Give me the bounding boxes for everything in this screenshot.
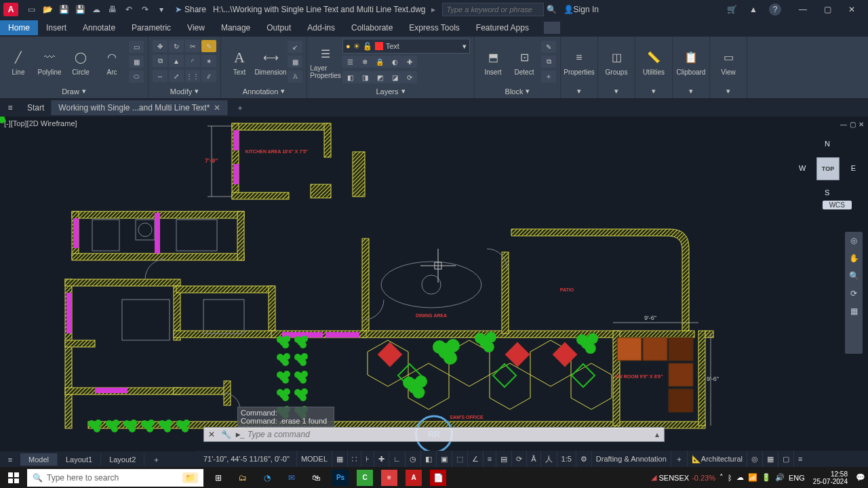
cmd-recent-icon[interactable]: ▴	[650, 430, 664, 439]
start-button[interactable]	[0, 467, 27, 488]
zoom-icon[interactable]: 🔍	[849, 271, 859, 281]
viewcube-w[interactable]: W	[799, 164, 806, 172]
autocad-icon[interactable]: A	[406, 470, 422, 486]
layer-tool-icon[interactable]: ◪	[387, 71, 402, 83]
current-layer-dropdown[interactable]: ● ☀ 🔓 Text ▾	[342, 39, 470, 54]
viewcube-e[interactable]: E	[851, 164, 856, 172]
status-units[interactable]: 📐 Architectural	[687, 451, 747, 467]
status-annoscale-icon[interactable]: 人	[540, 451, 557, 467]
panel-draw-title[interactable]: Draw▾	[4, 85, 144, 98]
bluetooth-icon[interactable]: ᛒ	[728, 474, 732, 482]
share-icon[interactable]: ➤	[175, 5, 182, 14]
status-3dosnap-icon[interactable]: ⬚	[452, 451, 467, 467]
move-icon[interactable]: ✥	[153, 40, 167, 52]
chevron-down-icon[interactable]: ▾	[689, 87, 693, 96]
signin-label[interactable]: Sign In	[574, 5, 599, 14]
block-create-icon[interactable]: ＋	[541, 70, 556, 83]
plot-icon[interactable]: 🖶	[107, 4, 118, 15]
layout-tab-1[interactable]: Layout1	[58, 453, 101, 466]
help-icon[interactable]: ?	[769, 3, 781, 16]
panel-block-title[interactable]: Block▾	[479, 85, 556, 98]
stock-widget[interactable]: ◢ SENSEX -0.23%	[651, 473, 716, 482]
viewcube-s[interactable]: S	[825, 188, 829, 197]
cart-icon[interactable]: 🛒	[726, 3, 738, 16]
viewcube-n[interactable]: N	[825, 140, 830, 148]
status-isolate-icon[interactable]: ◎	[747, 451, 762, 467]
layer-tool-icon[interactable]: ❄	[357, 56, 372, 68]
layout-tab-2[interactable]: Layout2	[101, 453, 144, 466]
leader-icon[interactable]: ↙	[288, 41, 302, 53]
status-transparency-icon[interactable]: ▤	[496, 451, 511, 467]
viewcube-top[interactable]: TOP	[816, 157, 840, 180]
redo-icon[interactable]: ↷	[140, 4, 151, 15]
qat-dropdown-icon[interactable]: ▾	[156, 4, 167, 15]
status-workspace[interactable]: Drafting & Annotation	[591, 451, 671, 467]
layer-tool-icon[interactable]: 🔒	[372, 56, 387, 68]
tab-parametric[interactable]: Parametric	[123, 20, 179, 35]
title-dropdown-icon[interactable]: ▸	[431, 5, 435, 14]
tab-home[interactable]: Home	[0, 20, 38, 35]
saveweb-icon[interactable]: ☁	[91, 4, 102, 15]
tab-collaborate[interactable]: Collaborate	[343, 20, 401, 35]
status-gear-icon[interactable]: ⚙	[576, 451, 591, 467]
status-clean-icon[interactable]: ▢	[778, 451, 793, 467]
minimize-button[interactable]: —	[791, 0, 815, 19]
menu-icon[interactable]: ≡	[0, 103, 20, 113]
chevron-down-icon[interactable]: ▾	[614, 87, 618, 96]
status-otrack-icon[interactable]: ∠	[467, 451, 483, 467]
layer-tool-icon[interactable]: ✚	[402, 56, 417, 68]
rotate-icon[interactable]: ↻	[169, 40, 184, 52]
tab-extra-icon[interactable]	[544, 22, 560, 34]
wcs-badge[interactable]: WCS	[823, 201, 852, 209]
layer-properties-button[interactable]: ☰Layer Properties	[311, 44, 340, 79]
open-icon[interactable]: 📂	[42, 4, 53, 15]
stretch-icon[interactable]: ↔	[153, 70, 167, 82]
battery-icon[interactable]: 🔋	[762, 473, 771, 482]
tab-insert[interactable]: Insert	[38, 20, 75, 35]
status-dyn-icon[interactable]: ✚	[374, 451, 389, 467]
chevron-down-icon[interactable]: ▾	[577, 87, 581, 96]
status-plus-icon[interactable]: ＋	[671, 451, 687, 467]
onedrive-icon[interactable]: ☁	[736, 473, 744, 482]
tab-output[interactable]: Output	[258, 20, 299, 35]
orbit-icon[interactable]: ⟳	[850, 289, 857, 298]
status-ortho-icon[interactable]: ∟	[389, 451, 405, 467]
layout-menu-icon[interactable]: ≡	[0, 455, 20, 464]
mtext-icon[interactable]: 𝙰	[288, 70, 302, 83]
acrobat-icon[interactable]: 📄	[430, 470, 446, 486]
drawing-viewport[interactable]: [-][Top][2D Wireframe] — ▢ ✕	[0, 117, 868, 451]
status-cycling-icon[interactable]: ⟳	[511, 451, 526, 467]
status-model-button[interactable]: MODEL	[296, 451, 332, 467]
saveas-icon[interactable]: 💾	[75, 4, 85, 15]
arc-button[interactable]: ◠Arc	[98, 48, 126, 76]
search-icon[interactable]: 🔍	[547, 5, 557, 14]
close-button[interactable]: ✕	[840, 0, 864, 19]
copy-icon[interactable]: ⧉	[153, 55, 167, 67]
offset-icon[interactable]: ⫽	[201, 70, 216, 82]
layer-tool-icon[interactable]: ☰	[342, 56, 357, 68]
table-icon[interactable]: ▦	[288, 56, 302, 68]
tray-expand-icon[interactable]: ˄	[719, 473, 724, 482]
status-lwt-icon[interactable]: ≡	[483, 451, 496, 467]
detect-button[interactable]: ⊡Detect	[510, 48, 538, 76]
fillet-icon[interactable]: ◜	[185, 55, 200, 67]
taskbar-clock[interactable]: 12:58 25-07-2024	[809, 470, 852, 485]
edge-icon[interactable]: ◔	[259, 470, 275, 486]
tab-annotate[interactable]: Annotate	[75, 20, 123, 35]
volume-icon[interactable]: 🔊	[775, 473, 785, 482]
block-edit-icon[interactable]: ✎	[541, 41, 556, 53]
erase-icon[interactable]: ✎	[201, 40, 216, 52]
panel-layers-title[interactable]: Layers▾	[311, 85, 470, 98]
explode-icon[interactable]: ✶	[201, 55, 216, 67]
steering-icon[interactable]: ◎	[850, 236, 857, 245]
command-input[interactable]	[248, 430, 650, 439]
clipboard-button[interactable]: 📋Clipboard	[677, 48, 705, 76]
new-icon[interactable]: ▭	[26, 4, 37, 15]
cmd-close-icon[interactable]: ✕	[204, 430, 219, 439]
status-polar-icon[interactable]: ◷	[405, 451, 420, 467]
store-icon[interactable]: 🛍	[308, 470, 324, 486]
explorer-icon[interactable]: 🗂	[235, 470, 251, 486]
taskview-icon[interactable]: ⊞	[210, 470, 226, 486]
circle-button[interactable]: ◯Circle	[66, 48, 95, 76]
groups-button[interactable]: ◫Groups	[602, 48, 631, 76]
